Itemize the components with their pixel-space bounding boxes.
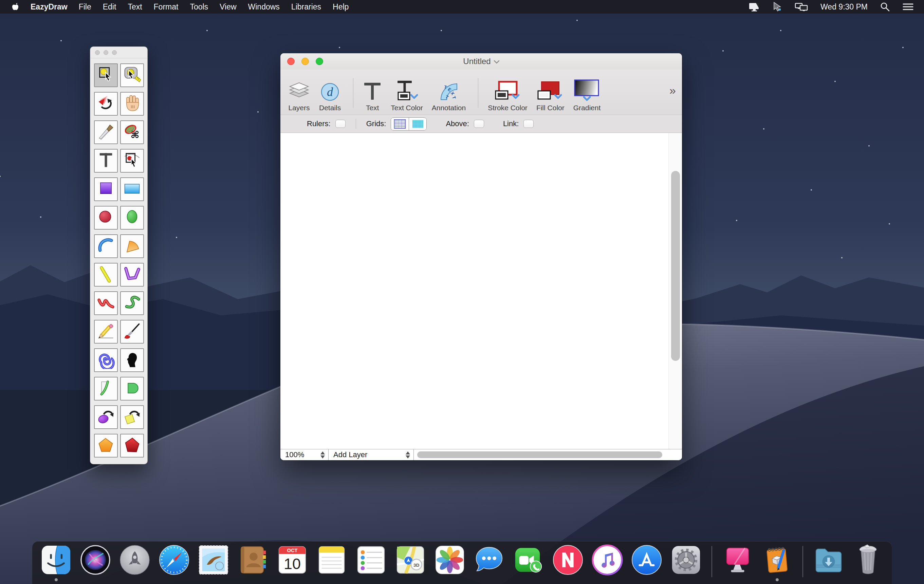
window-title-bar[interactable]: Untitled xyxy=(280,53,682,69)
dock-item-reminders[interactable] xyxy=(355,544,387,581)
apple-menu[interactable] xyxy=(5,2,25,11)
pie-tool[interactable] xyxy=(120,234,144,258)
menu-item-file[interactable]: File xyxy=(73,2,97,12)
menu-item-edit[interactable]: Edit xyxy=(97,2,122,12)
dock-item-eazydraw[interactable] xyxy=(761,544,793,581)
minimize-button[interactable] xyxy=(302,58,309,65)
measure-tool[interactable] xyxy=(120,63,144,87)
menu-item-libraries[interactable]: Libraries xyxy=(285,2,327,12)
menu-item-tools[interactable]: Tools xyxy=(184,2,214,12)
display-icon[interactable] xyxy=(749,2,760,12)
dock-item-contacts[interactable] xyxy=(237,544,269,581)
brush-tool[interactable] xyxy=(120,320,144,344)
dock-item-finder[interactable] xyxy=(40,544,72,581)
menu-bar-clock[interactable]: Wed 9:30 PM xyxy=(820,2,868,12)
pentagon-red-tool[interactable] xyxy=(120,434,144,457)
vertical-scrollbar[interactable] xyxy=(668,133,682,449)
zoom-stepper[interactable]: 100% xyxy=(280,449,328,460)
arc-tool-icon xyxy=(96,236,116,257)
add-layer-dropdown[interactable]: Add Layer xyxy=(328,449,414,460)
freehand-red-tool[interactable] xyxy=(94,291,118,315)
rounded-rect-tool[interactable] xyxy=(120,377,144,401)
drawing-canvas[interactable] xyxy=(280,133,682,449)
dock-item-downloads[interactable] xyxy=(813,544,845,581)
dock-item-trash[interactable] xyxy=(852,544,884,581)
running-indicator xyxy=(776,578,779,581)
dock-item-launchpad[interactable] xyxy=(119,544,151,581)
close-button[interactable] xyxy=(287,58,295,65)
zoom-button[interactable] xyxy=(316,58,323,65)
window-title[interactable]: Untitled xyxy=(463,57,499,66)
dock-item-notes[interactable] xyxy=(316,544,348,581)
palette-minimize-button[interactable] xyxy=(104,50,108,55)
toolbar-fill-color-button[interactable]: Fill Color xyxy=(536,81,564,112)
rulers-checkbox[interactable] xyxy=(335,120,346,128)
knife-tool[interactable] xyxy=(94,120,118,144)
dock-item-calendar[interactable]: OCT10 xyxy=(276,544,308,581)
disconnect-tool[interactable]: ⌘ xyxy=(120,120,144,144)
dock-item-safari[interactable] xyxy=(158,544,190,581)
rect-blue-tool[interactable] xyxy=(120,178,144,201)
ellipse-tool[interactable] xyxy=(120,206,144,230)
dock-item-system-preferences[interactable] xyxy=(670,544,702,581)
dock-item-photos[interactable] xyxy=(434,544,466,581)
pencil-tool[interactable] xyxy=(94,320,118,344)
menu-item-windows[interactable]: Windows xyxy=(243,2,285,12)
line-tool[interactable] xyxy=(94,263,118,286)
rotate-square-tool[interactable] xyxy=(120,405,144,429)
dock-item-cleanmymac[interactable] xyxy=(722,544,754,581)
circle-tool[interactable] xyxy=(94,206,118,230)
dock-item-siri[interactable] xyxy=(79,544,111,581)
dock-item-mail[interactable] xyxy=(198,544,229,581)
horizontal-scrollbar[interactable] xyxy=(414,449,682,460)
menu-item-help[interactable]: Help xyxy=(327,2,355,12)
rect-purple-tool[interactable] xyxy=(94,178,118,201)
arc-tool[interactable] xyxy=(94,234,118,258)
palette-zoom-button[interactable] xyxy=(112,50,117,55)
menu-item-view[interactable]: View xyxy=(214,2,242,12)
spiral-tool[interactable] xyxy=(94,348,118,372)
dock-item-itunes[interactable] xyxy=(591,544,623,581)
dock-item-maps[interactable]: 3D xyxy=(394,544,426,581)
dock-item-facetime[interactable] xyxy=(513,544,544,581)
transform-tool[interactable] xyxy=(94,92,118,116)
toolbar-layers-button[interactable]: Layers xyxy=(288,81,310,112)
pentagon-orange-tool[interactable] xyxy=(94,434,118,457)
text-tool[interactable] xyxy=(94,149,118,173)
toolbar-text-button[interactable]: Text xyxy=(363,81,382,112)
dock-item-messages[interactable] xyxy=(473,544,505,581)
menu-list-icon[interactable] xyxy=(902,2,914,11)
rotate-ellipse-tool[interactable] xyxy=(94,405,118,429)
palette-title-bar[interactable] xyxy=(90,47,147,58)
pointer-icon[interactable] xyxy=(772,2,782,12)
select-tool[interactable] xyxy=(94,63,118,87)
dock-item-app-store[interactable] xyxy=(631,544,663,581)
pan-tool[interactable] xyxy=(120,92,144,116)
toolbar-stroke-color-button[interactable]: Stroke Color xyxy=(488,81,528,112)
page-curve-tool[interactable] xyxy=(94,377,118,401)
grid-fill-button[interactable] xyxy=(409,118,426,130)
polyline-tool[interactable] xyxy=(120,263,144,286)
dual-display-icon[interactable] xyxy=(795,2,808,12)
layers-icon xyxy=(288,81,310,102)
toolbar-gradient-button[interactable]: Gradient xyxy=(573,81,601,112)
freehand-green-tool[interactable] xyxy=(120,291,144,315)
measure-tool-icon xyxy=(122,65,142,86)
toolbar-annotation-button[interactable]: TEXTTAnnotation xyxy=(432,81,466,112)
link-checkbox[interactable] xyxy=(523,120,534,128)
above-checkbox[interactable] xyxy=(474,120,484,128)
vertex-edit-tool[interactable] xyxy=(120,149,144,173)
toolbar-details-button[interactable]: dDetails xyxy=(319,81,341,112)
toolbar-overflow-button[interactable]: » xyxy=(670,84,676,97)
silhouette-tool[interactable] xyxy=(120,348,144,372)
horizontal-scrollbar-thumb[interactable] xyxy=(417,451,662,458)
vertical-scrollbar-thumb[interactable] xyxy=(671,171,680,361)
grid-lines-button[interactable] xyxy=(391,118,409,130)
palette-close-button[interactable] xyxy=(95,50,100,55)
dock-item-news[interactable] xyxy=(552,544,584,581)
active-app-name[interactable]: EazyDraw xyxy=(25,2,73,12)
toolbar-text-color-button[interactable]: Text Color xyxy=(391,81,423,112)
search-icon[interactable] xyxy=(880,2,890,12)
menu-item-text[interactable]: Text xyxy=(122,2,148,12)
menu-item-format[interactable]: Format xyxy=(148,2,184,12)
